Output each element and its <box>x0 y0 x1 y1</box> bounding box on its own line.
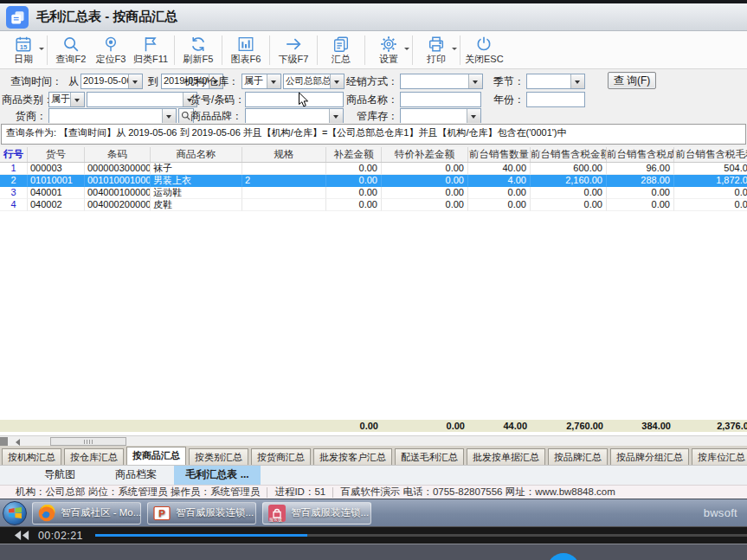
stock-managed-combo[interactable] <box>400 108 481 124</box>
table-cell: 0.00 <box>468 199 531 211</box>
windows-logo-icon <box>9 507 22 518</box>
toolbar-chart-button[interactable]: 图表F6 <box>227 33 265 68</box>
summary-tab[interactable]: 按商品汇总 <box>126 447 186 465</box>
toolbar-separator <box>412 35 413 65</box>
status-process-id: 进程ID：51 <box>274 486 325 499</box>
toolbar-arrow-right-button[interactable]: 下级F7 <box>274 33 312 68</box>
taskbar-app-label: 智百威服装连锁... <box>176 506 254 519</box>
taskbar-app-button[interactable]: P智百威服装连锁... <box>147 502 256 525</box>
column-header[interactable]: 前台销售含税成本 <box>607 147 674 162</box>
summary-tab[interactable]: 按品牌汇总 <box>548 448 608 465</box>
dropdown-arrow-icon[interactable] <box>70 93 84 106</box>
window-tab[interactable]: 毛利汇总表 ... <box>174 466 261 485</box>
scrollbar-thumb[interactable] <box>50 437 126 446</box>
taskbar-brand-text: bwsoft <box>704 506 737 519</box>
toolbar-separator <box>47 35 48 65</box>
toolbar-gear-button[interactable]: 设置 <box>370 33 408 68</box>
year-input[interactable] <box>526 92 585 107</box>
totals-cell: 0.00 <box>382 420 468 432</box>
query-condition-text: 查询条件为: 【查询时间】从 2019-05-06 到 2019-05-06 并… <box>1 124 746 145</box>
dropdown-arrow-icon[interactable] <box>467 109 480 123</box>
window-tab[interactable]: 商品档案 <box>98 466 174 485</box>
table-cell: 0.00 <box>531 199 607 211</box>
totals-cell: 0.00 <box>326 420 382 432</box>
org-operator-combo[interactable]: 属于 <box>241 74 281 89</box>
powerpoint-icon: P <box>153 505 171 522</box>
start-button[interactable] <box>3 501 27 525</box>
query-time-label: 查询时间： <box>2 74 62 89</box>
table-cell: 0.00 <box>382 199 468 211</box>
dropdown-arrow-icon[interactable] <box>570 74 584 88</box>
dropdown-arrow-icon[interactable] <box>329 109 343 123</box>
summary-tab[interactable]: 按类别汇总 <box>189 448 248 465</box>
season-combo[interactable] <box>526 74 585 89</box>
totals-cell <box>28 420 85 432</box>
taskbar-app-button[interactable]: 智百威社区 - Mo... <box>32 502 141 525</box>
summary-tab[interactable]: 按库位汇总 <box>692 448 747 465</box>
summary-tab[interactable]: 批发按客户汇总 <box>313 448 392 465</box>
table-row[interactable]: 2010100010010100010007男装上衣20.000.004.002… <box>0 175 747 187</box>
scroll-left-arrow-icon[interactable] <box>12 439 20 446</box>
dropdown-arrow-icon[interactable] <box>330 74 344 88</box>
dropdown-arrow-icon[interactable] <box>128 74 142 88</box>
column-header[interactable]: 规格 <box>242 147 326 162</box>
column-header[interactable]: 商品名称 <box>151 147 242 162</box>
column-header[interactable]: 前台销售数量 <box>468 147 531 162</box>
toolbar-printer-button[interactable]: 打印 <box>417 33 455 68</box>
toolbar-search-button[interactable]: 查询F2 <box>52 33 90 68</box>
taskbar-app-button[interactable]: 服装版智百威服装连锁... <box>262 502 371 525</box>
org-warehouse-label: 机构/仓库： <box>184 74 239 89</box>
supplier-combo[interactable] <box>48 108 177 124</box>
table-cell: 0.00 <box>468 187 531 199</box>
column-header[interactable]: 货号 <box>28 147 85 162</box>
window-tab[interactable]: 导航图 <box>22 466 98 485</box>
table-cell: 040001 <box>28 187 85 199</box>
toolbar-power-button[interactable]: 关闭ESC <box>465 33 504 68</box>
summary-tab[interactable]: 按品牌分组汇总 <box>610 448 689 465</box>
category-value-combo[interactable] <box>87 92 197 107</box>
dropdown-arrow-icon[interactable] <box>267 74 280 88</box>
dropdown-arrow-icon[interactable] <box>468 74 482 88</box>
table-row[interactable]: 40400020040002000004皮鞋0.000.000.000.000.… <box>0 199 747 211</box>
table-row[interactable]: 30400010040001000005运动鞋0.000.000.000.000… <box>0 187 747 199</box>
summary-tab[interactable]: 按机构汇总 <box>2 448 61 465</box>
column-header[interactable]: 补差金额 <box>326 147 382 162</box>
summary-tab[interactable]: 按货商汇总 <box>251 448 311 465</box>
toolbar-pin-button[interactable]: 定位F3 <box>92 33 130 68</box>
arrow-right-icon <box>284 35 303 54</box>
summary-tab[interactable]: 批发按单据汇总 <box>467 448 545 465</box>
dropdown-arrow-icon[interactable] <box>162 109 176 123</box>
data-grid: 行号货号条码商品名称规格补差金额特价补差金额前台销售数量前台销售含税金额前台销售… <box>0 147 747 435</box>
toolbar-calendar-button[interactable]: 15日期 <box>4 33 42 68</box>
category-operator-combo[interactable]: 属于 <box>48 92 85 107</box>
table-cell: 4 <box>0 199 28 211</box>
table-cell: 0.00 <box>607 187 674 199</box>
column-header[interactable]: 前台销售含税毛利 <box>674 147 747 162</box>
column-header[interactable]: 特价补差金额 <box>382 147 468 162</box>
distribution-combo[interactable] <box>400 74 483 89</box>
query-button[interactable]: 查 询(F) <box>608 72 656 89</box>
flag-icon <box>141 35 160 54</box>
table-row[interactable]: 10000030000003000007袜子0.000.0040.00600.0… <box>0 163 747 175</box>
column-header[interactable]: 行号 <box>0 147 28 162</box>
item-name-input[interactable] <box>400 92 481 107</box>
toolbar-docs-button[interactable]: 汇总 <box>322 33 360 68</box>
column-header[interactable]: 条码 <box>85 147 151 162</box>
progress-track[interactable] <box>95 534 747 537</box>
table-cell <box>242 187 326 199</box>
rewind-icon[interactable] <box>14 530 29 541</box>
summary-tab[interactable]: 按仓库汇总 <box>64 448 124 465</box>
toolbar-button-label: 查询F2 <box>56 54 87 65</box>
date-from-combo[interactable]: 2019-05-06 <box>80 74 143 89</box>
toolbar-refresh-button[interactable]: 刷新F5 <box>179 33 217 68</box>
toolbar-flag-button[interactable]: 归类F11 <box>132 33 170 68</box>
item-code-input[interactable] <box>245 92 344 107</box>
summary-tab[interactable]: 配送毛利汇总 <box>395 448 464 465</box>
org-value-combo[interactable]: 公司总部总仓 <box>283 74 345 89</box>
column-header[interactable]: 前台销售含税金额 <box>531 147 607 162</box>
horizontal-scrollbar[interactable] <box>0 435 747 446</box>
taskbar-app-label: 智百威社区 - Mo... <box>61 506 141 519</box>
bag-icon: 服装版 <box>268 505 286 522</box>
table-cell: 2,160.00 <box>531 175 607 187</box>
brand-combo[interactable] <box>245 108 344 124</box>
